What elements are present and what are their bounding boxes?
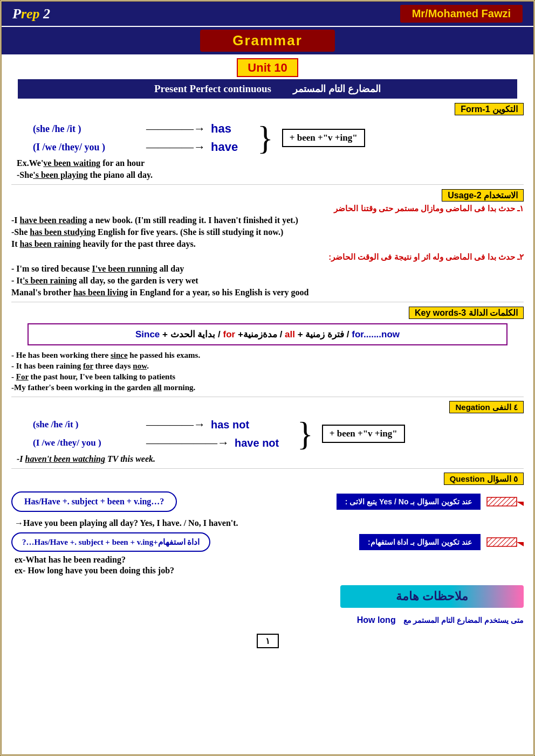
she-row: (she /he /it ) ————→ has — [33, 122, 254, 136]
usage-section-heading: الاستخدام 2-Usage — [11, 190, 524, 200]
usage-lines1: -I have been reading a new book. (I'm st… — [11, 216, 524, 249]
arrow2: ————→ — [146, 140, 205, 154]
grammar-bar-inner: Grammar — [200, 30, 335, 52]
page-num-area: ١ — [11, 630, 524, 651]
usage-line1-3: It has been raining heavily for the past… — [11, 239, 524, 249]
svg-marker-2 — [517, 497, 524, 506]
negation-label: ٤ النفى Negation — [449, 401, 524, 413]
ex2: -She's been playing the piano all day. — [17, 170, 524, 180]
grammar-bar: Grammar — [2, 27, 533, 54]
header-bar: Prep 2 Mr/Mohamed Fawzi — [2, 2, 533, 26]
wh-formula: اداة استفهام+Has/Have +. subject + been … — [11, 532, 210, 552]
pp-bar: Present Perfect continuous المضارع التام… — [18, 79, 517, 99]
unit-title: Unit 10 — [237, 58, 298, 77]
usage-note2: ٢ـ حدث بدا فى الماضى وله اثر او نتيجة فى… — [11, 252, 524, 262]
neg-i-row: (I /we /they/ you ) ——————→ have not — [33, 436, 294, 450]
negation-section-heading: ٤ النفى Negation — [11, 403, 524, 412]
kw-line3: - For the past hour, I've been talking t… — [11, 372, 524, 382]
neg-arrow2: ——————→ — [146, 436, 229, 450]
notes-area: ملاحظات هامة — [11, 580, 524, 611]
usage-line2-2: - It's been raining all day, so the gard… — [11, 276, 524, 286]
neg-subjects-column: (she /he /it ) ————→ has not (I /we /the… — [33, 418, 294, 450]
been-formula: + been +"v +ing" — [282, 129, 365, 147]
question-row2: اداة استفهام+Has/Have +. subject + been … — [11, 532, 524, 552]
keywords-section-heading: الكلمات الدالة 3-Key words — [11, 308, 524, 318]
keywords-content: for.......now / فترة زمنية + all / مدةزم… — [36, 329, 499, 340]
form-section-heading: التكوين 1-Form — [11, 104, 524, 114]
prep-label: Prep 2 — [12, 6, 50, 22]
kw-line2: - It has been raining for three days now… — [11, 362, 524, 371]
neg-she-he-it: (she /he /it ) — [33, 419, 141, 430]
i-row: (I /we /they/ you ) ————→ have — [33, 140, 254, 154]
neg-i-we-they-you: (I /we /they/ you ) — [33, 438, 141, 448]
page-wrapper: Prep 2 Mr/Mohamed Fawzi Grammar Unit 10 … — [0, 0, 535, 756]
she-he-it: (she /he /it ) — [33, 123, 141, 135]
neg-diagram: (she /he /it ) ————→ has not (I /we /the… — [33, 418, 524, 450]
keywords-lines: - He has been working there since he pas… — [11, 351, 524, 392]
question-ex1: →Have you been playing all day? Yes, I h… — [15, 518, 524, 528]
arrow1: ————→ — [146, 122, 205, 136]
wh-ex2: ex- How long have you been doing this jo… — [15, 566, 524, 575]
usage-lines2: - I'm so tired because I've been running… — [11, 264, 524, 297]
wh-examples: ex-What has he been reading? ex- How lon… — [11, 555, 524, 575]
page-number: ١ — [257, 634, 279, 648]
usage-line1-2: -She has been studying English for five … — [11, 227, 524, 237]
note-bottom-line: متى يستخدم المضارع التام المستمر مع How … — [11, 615, 524, 625]
neg-she-row: (she /he /it ) ————→ has not — [33, 418, 294, 432]
wh-area: عند تكوين السؤال بـ اداة استفهام: — [359, 534, 524, 550]
yesno-area: عند تكوين السؤال بـ Yes / No يتبع الاتى … — [337, 494, 524, 510]
usage-label: الاستخدام 2-Usage — [442, 189, 524, 202]
notes-title: ملاحظات هامة — [340, 585, 524, 608]
keywords-box: for.......now / فترة زمنية + all / مدةزم… — [28, 323, 507, 345]
wh-arrow-icon — [486, 535, 524, 550]
subjects-column: (she /he /it ) ————→ has (I /we /they/ y… — [33, 122, 254, 154]
how-long: How long — [357, 615, 396, 625]
have-word: have — [211, 140, 254, 154]
svg-rect-4 — [487, 538, 517, 546]
neg-brace: } — [297, 420, 313, 448]
svg-rect-1 — [487, 497, 517, 506]
wh-box: عند تكوين السؤال بـ اداة استفهام: — [359, 534, 481, 550]
hatch-arrow-icon — [486, 494, 524, 509]
yesno-box: عند تكوين السؤال بـ Yes / No يتبع الاتى … — [337, 494, 481, 510]
main-content: التكوين 1-Form (she /he /it ) ————→ has … — [2, 104, 533, 651]
neg-formula: + been +"v +ing" — [322, 425, 405, 443]
question-formula: Has/Have +. subject + been + v.ing…? — [11, 491, 177, 512]
usage-line2-1: - I'm so tired because I've been running… — [11, 264, 524, 274]
usage-line1-1: -I have been reading a new book. (I'm st… — [11, 216, 524, 225]
ex1: Ex.We've been waiting for an hour — [17, 158, 524, 168]
teacher-name: Mr/Mohamed Fawzi — [400, 5, 523, 23]
form-examples: Ex.We've been waiting for an hour -She's… — [17, 158, 524, 180]
kw-line1: - He has been working there since he pas… — [11, 351, 524, 360]
topic-ar: المضارع التام المستمر — [293, 83, 381, 95]
brace-right: } — [257, 124, 273, 152]
keywords-label: الكلمات الدالة 3-Key words — [409, 307, 524, 319]
svg-marker-5 — [517, 538, 524, 546]
question-label: ٥ السؤال Question — [444, 473, 524, 485]
have-not: have not — [235, 437, 294, 449]
grammar-label: Grammar — [232, 32, 303, 48]
question-section-heading: ٥ السؤال Question — [11, 474, 524, 484]
usage-note1: ١ـ حدث بدا فى الماضى ومازال مستمر حتى وق… — [11, 204, 524, 213]
wh-ex1: ex-What has he been reading? — [15, 555, 524, 565]
has-not: has not — [211, 419, 270, 431]
form-diagram: (she /he /it ) ————→ has (I /we /they/ y… — [33, 122, 524, 154]
neg-arrow1: ————→ — [146, 418, 205, 432]
form-label: التكوين 1-Form — [455, 103, 524, 115]
topic-en: Present Perfect continuous — [154, 83, 271, 95]
unit-title-area: Unit 10 — [2, 61, 533, 75]
usage-line2-3: Manal's brother has been living in Engla… — [11, 288, 524, 297]
i-we-they-you: (I /we /they/ you ) — [33, 142, 141, 153]
has-word: has — [211, 122, 254, 136]
neg-example: -I haven't been watching TV this week. — [17, 454, 524, 464]
question-row1: Has/Have +. subject + been + v.ing…? عند… — [11, 488, 524, 515]
kw-line4: -My father's been working in the garden … — [11, 383, 524, 392]
